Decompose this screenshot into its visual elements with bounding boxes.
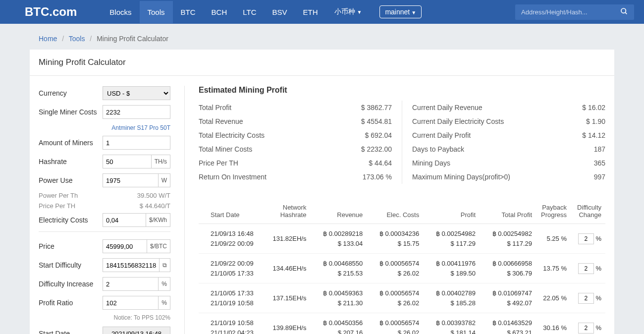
diff-inc-input[interactable] bbox=[106, 280, 158, 288]
search-box bbox=[515, 4, 634, 20]
nav-eth[interactable]: ETH bbox=[295, 1, 325, 23]
th-diff: Difficulty Change bbox=[571, 199, 605, 224]
cell-profit: ฿ 0.00393782$ 181.14 bbox=[423, 313, 480, 334]
stat-label: Maximum Mining Days(profit>0) bbox=[412, 173, 594, 181]
stat-value: $ 14.12 bbox=[582, 131, 605, 139]
diff-change-input[interactable] bbox=[578, 263, 594, 274]
currency-label: Currency bbox=[39, 89, 103, 97]
stat-value: $ 1.90 bbox=[586, 117, 605, 125]
stat-label: Current Daily Revenue bbox=[412, 104, 582, 111]
stat-label: Days to Payback bbox=[412, 145, 594, 153]
table-row: 21/09/22 00:0921/10/05 17:33 134.46EH/s … bbox=[199, 254, 605, 283]
cell-dates: 21/10/19 10:5821/11/02 04:23 bbox=[199, 313, 268, 334]
nav-btc[interactable]: BTC bbox=[173, 1, 204, 23]
nav-items: Blocks Tools BTC BCH LTC BSV ETH 小币种▼ ma… bbox=[102, 1, 422, 23]
diff-change-input[interactable] bbox=[578, 233, 594, 244]
breadcrumb: Home / Tools / Mining Profit Calculator bbox=[30, 24, 614, 50]
cell-revenue: ฿ 0.00289218$ 133.04 bbox=[310, 224, 367, 254]
hashrate-unit: TH/s bbox=[151, 155, 170, 168]
start-date-label: Start Date bbox=[39, 330, 103, 334]
cell-hashrate: 137.15EH/s bbox=[268, 283, 310, 313]
notice-text: Notice: To PPS 102% bbox=[39, 314, 170, 321]
amount-input[interactable] bbox=[106, 139, 167, 147]
power-input[interactable] bbox=[106, 177, 158, 184]
amount-label: Amount of Miners bbox=[39, 139, 103, 147]
cell-elec: ฿ 0.00034236$ 15.75 bbox=[367, 224, 423, 254]
cell-profit: ฿ 0.00254982$ 117.29 bbox=[423, 224, 480, 254]
table-row: 21/10/19 10:5821/11/02 04:23 139.89EH/s … bbox=[199, 313, 605, 334]
elec-unit: $/KWh bbox=[146, 214, 170, 226]
stat-label: Return On Investment bbox=[199, 173, 363, 181]
nav-ltc[interactable]: LTC bbox=[235, 1, 264, 23]
stat-value: 173.06 % bbox=[363, 173, 392, 181]
stat-value: $ 44.64 bbox=[369, 159, 392, 167]
cell-dates: 21/09/13 16:4821/09/22 00:09 bbox=[199, 224, 268, 254]
stat-value: $ 3862.77 bbox=[361, 104, 392, 111]
svg-line-1 bbox=[625, 12, 627, 14]
cell-diff: % bbox=[571, 313, 605, 334]
table-row: 21/10/05 17:3321/10/19 10:58 137.15EH/s … bbox=[199, 283, 605, 313]
cell-revenue: ฿ 0.00459363$ 211.30 bbox=[310, 283, 367, 313]
start-diff-input[interactable] bbox=[106, 262, 159, 269]
pct-unit: % bbox=[158, 278, 170, 290]
hashrate-label: Hashrate bbox=[39, 158, 103, 166]
price-unit: $/BTC bbox=[147, 240, 170, 253]
price-input[interactable] bbox=[106, 243, 147, 250]
cell-elec: ฿ 0.00056574$ 26.02 bbox=[367, 283, 423, 313]
hashrate-input[interactable] bbox=[106, 158, 151, 166]
th-elec: Elec. Costs bbox=[367, 199, 423, 224]
diff-inc-label: Difficulty Increase bbox=[39, 280, 103, 288]
power-per-th-label: Power Per Th bbox=[39, 192, 137, 199]
logo[interactable]: BTC.com bbox=[25, 5, 77, 19]
diff-change-input[interactable] bbox=[578, 293, 594, 304]
cell-elec: ฿ 0.00056574$ 26.02 bbox=[367, 254, 423, 283]
navbar: BTC.com Blocks Tools BTC BCH LTC BSV ETH… bbox=[0, 0, 644, 24]
miner-model-link[interactable]: Antminer S17 Pro 50T bbox=[111, 124, 170, 131]
caret-down-icon: ▼ bbox=[411, 10, 416, 15]
th-revenue: Revenue bbox=[310, 199, 367, 224]
cell-profit: ฿ 0.00402789$ 185.28 bbox=[423, 283, 480, 313]
nav-blocks[interactable]: Blocks bbox=[102, 1, 139, 23]
cell-hashrate: 131.82EH/s bbox=[268, 224, 310, 254]
elec-label: Electricity Costs bbox=[39, 216, 103, 224]
single-miner-label: Single Miner Costs bbox=[39, 108, 103, 116]
diff-change-input[interactable] bbox=[578, 323, 594, 334]
cell-diff: % bbox=[571, 283, 605, 313]
cell-elec: ฿ 0.00056574$ 26.02 bbox=[367, 313, 423, 334]
cell-diff: % bbox=[571, 254, 605, 283]
search-input[interactable] bbox=[521, 8, 620, 16]
nav-bch[interactable]: BCH bbox=[204, 1, 235, 23]
table-row: 21/09/13 16:4821/09/22 00:09 131.82EH/s … bbox=[199, 224, 605, 254]
currency-select[interactable]: USD - $ bbox=[103, 86, 170, 100]
stat-label: Total Electricity Costs bbox=[199, 131, 365, 139]
profit-ratio-input[interactable] bbox=[106, 299, 158, 307]
stat-value: $ 2232.00 bbox=[361, 145, 392, 153]
cell-total-profit: ฿ 0.00666958$ 306.79 bbox=[480, 254, 536, 283]
th-payback: Payback Progress bbox=[536, 199, 571, 224]
stat-label: Total Revenue bbox=[199, 117, 361, 125]
single-miner-input[interactable] bbox=[106, 109, 167, 116]
form-sidebar: Currency USD - $ Single Miner Costs Antm… bbox=[39, 86, 185, 334]
cell-total-profit: ฿ 0.00254982$ 117.29 bbox=[480, 224, 536, 254]
price-per-th-value: $ 44.640/T bbox=[140, 202, 170, 210]
cell-dates: 21/10/05 17:3321/10/19 10:58 bbox=[199, 283, 268, 313]
cell-total-profit: ฿ 0.01069747$ 492.07 bbox=[480, 283, 536, 313]
cell-dates: 21/09/22 00:0921/10/05 17:33 bbox=[199, 254, 268, 283]
breadcrumb-current: Mining Profit Calculator bbox=[97, 35, 168, 43]
elec-input[interactable] bbox=[106, 217, 146, 224]
results-table: Start Date Network Hashrate Revenue Elec… bbox=[199, 199, 605, 334]
cell-payback: 5.25 % bbox=[536, 224, 571, 254]
stat-value: $ 692.04 bbox=[365, 131, 392, 139]
copy-icon[interactable]: ⧉ bbox=[159, 259, 170, 272]
breadcrumb-home[interactable]: Home bbox=[39, 35, 57, 43]
network-select[interactable]: mainnet▼ bbox=[379, 5, 422, 18]
nav-altcoins[interactable]: 小币种▼ bbox=[325, 7, 371, 16]
breadcrumb-tools[interactable]: Tools bbox=[69, 35, 85, 43]
nav-tools[interactable]: Tools bbox=[140, 1, 173, 23]
cell-revenue: ฿ 0.00450356$ 207.16 bbox=[310, 313, 367, 334]
cell-total-profit: ฿ 0.01463529$ 673.21 bbox=[480, 313, 536, 334]
start-date-input[interactable] bbox=[106, 330, 167, 334]
stat-label: Current Daily Electricity Costs bbox=[412, 117, 586, 125]
search-icon[interactable] bbox=[620, 7, 628, 17]
nav-bsv[interactable]: BSV bbox=[264, 1, 295, 23]
